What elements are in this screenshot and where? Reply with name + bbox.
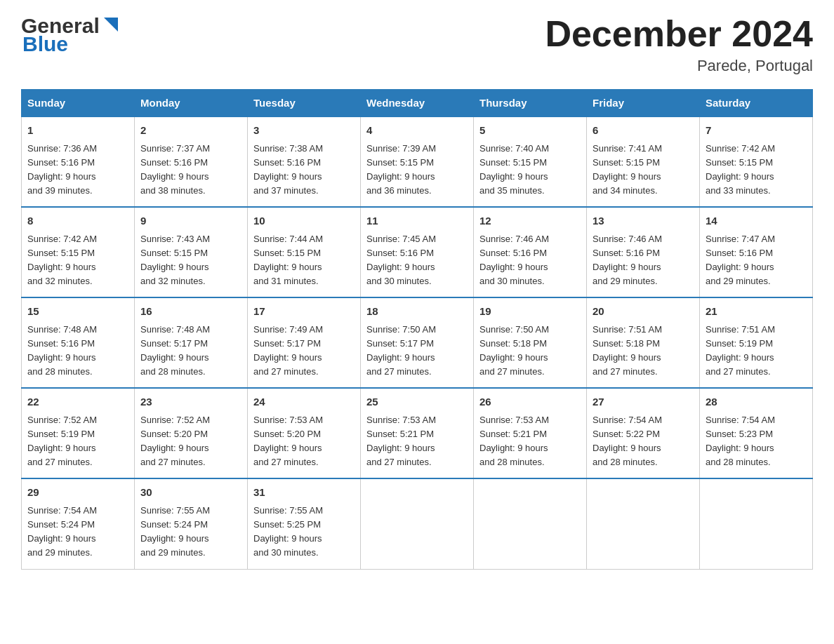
calendar-cell: 16Sunrise: 7:48 AMSunset: 5:17 PMDayligh… xyxy=(135,297,248,388)
day-info: Sunrise: 7:46 AMSunset: 5:16 PMDaylight:… xyxy=(479,232,581,289)
day-info: Sunrise: 7:52 AMSunset: 5:19 PMDaylight:… xyxy=(27,413,128,470)
calendar-week-row: 29Sunrise: 7:54 AMSunset: 5:24 PMDayligh… xyxy=(22,478,813,569)
calendar-cell: 10Sunrise: 7:44 AMSunset: 5:15 PMDayligh… xyxy=(248,207,361,297)
day-number: 4 xyxy=(366,123,468,139)
day-info: Sunrise: 7:49 AMSunset: 5:17 PMDaylight:… xyxy=(253,323,355,380)
calendar-cell: 17Sunrise: 7:49 AMSunset: 5:17 PMDayligh… xyxy=(248,297,361,388)
calendar-cell: 25Sunrise: 7:53 AMSunset: 5:21 PMDayligh… xyxy=(361,388,474,478)
day-number: 8 xyxy=(27,213,128,229)
calendar-cell xyxy=(587,478,700,569)
svg-marker-0 xyxy=(104,18,118,32)
day-number: 26 xyxy=(479,394,581,410)
calendar-cell: 28Sunrise: 7:54 AMSunset: 5:23 PMDayligh… xyxy=(700,388,813,478)
calendar-cell xyxy=(700,478,813,569)
day-info: Sunrise: 7:43 AMSunset: 5:15 PMDaylight:… xyxy=(140,232,241,289)
day-info: Sunrise: 7:53 AMSunset: 5:20 PMDaylight:… xyxy=(253,413,355,470)
day-number: 30 xyxy=(140,485,241,501)
day-number: 7 xyxy=(706,123,807,139)
calendar-header-saturday: Saturday xyxy=(700,90,813,117)
calendar-cell: 6Sunrise: 7:41 AMSunset: 5:15 PMDaylight… xyxy=(587,116,700,207)
day-info: Sunrise: 7:54 AMSunset: 5:22 PMDaylight:… xyxy=(593,413,694,470)
calendar-header-row: SundayMondayTuesdayWednesdayThursdayFrid… xyxy=(22,90,813,117)
day-number: 16 xyxy=(140,304,241,320)
day-info: Sunrise: 7:53 AMSunset: 5:21 PMDaylight:… xyxy=(479,413,581,470)
day-number: 25 xyxy=(366,394,468,410)
day-number: 15 xyxy=(27,304,128,320)
calendar-cell: 30Sunrise: 7:55 AMSunset: 5:24 PMDayligh… xyxy=(135,478,248,569)
day-info: Sunrise: 7:51 AMSunset: 5:19 PMDaylight:… xyxy=(706,323,807,380)
day-number: 28 xyxy=(706,394,807,410)
day-number: 1 xyxy=(27,123,128,139)
page-title: December 2024 xyxy=(545,14,813,54)
day-info: Sunrise: 7:39 AMSunset: 5:15 PMDaylight:… xyxy=(366,142,468,199)
day-info: Sunrise: 7:46 AMSunset: 5:16 PMDaylight:… xyxy=(593,232,694,289)
calendar-cell: 5Sunrise: 7:40 AMSunset: 5:15 PMDaylight… xyxy=(474,116,587,207)
calendar-header-tuesday: Tuesday xyxy=(248,90,361,117)
calendar-cell: 8Sunrise: 7:42 AMSunset: 5:15 PMDaylight… xyxy=(22,207,135,297)
calendar-cell: 7Sunrise: 7:42 AMSunset: 5:15 PMDaylight… xyxy=(700,116,813,207)
day-info: Sunrise: 7:48 AMSunset: 5:16 PMDaylight:… xyxy=(27,323,128,380)
calendar-cell: 24Sunrise: 7:53 AMSunset: 5:20 PMDayligh… xyxy=(248,388,361,478)
day-number: 20 xyxy=(593,304,694,320)
calendar-header-friday: Friday xyxy=(587,90,700,117)
day-number: 9 xyxy=(140,213,241,229)
calendar-cell xyxy=(474,478,587,569)
page-subtitle: Parede, Portugal xyxy=(545,57,813,75)
calendar-cell: 11Sunrise: 7:45 AMSunset: 5:16 PMDayligh… xyxy=(361,207,474,297)
day-info: Sunrise: 7:45 AMSunset: 5:16 PMDaylight:… xyxy=(366,232,468,289)
day-info: Sunrise: 7:51 AMSunset: 5:18 PMDaylight:… xyxy=(593,323,694,380)
day-number: 17 xyxy=(253,304,355,320)
day-info: Sunrise: 7:55 AMSunset: 5:24 PMDaylight:… xyxy=(140,504,241,561)
day-number: 11 xyxy=(366,213,468,229)
day-number: 14 xyxy=(706,213,807,229)
day-info: Sunrise: 7:50 AMSunset: 5:17 PMDaylight:… xyxy=(366,323,468,380)
calendar-cell: 31Sunrise: 7:55 AMSunset: 5:25 PMDayligh… xyxy=(248,478,361,569)
calendar-week-row: 1Sunrise: 7:36 AMSunset: 5:16 PMDaylight… xyxy=(22,116,813,207)
calendar-cell: 23Sunrise: 7:52 AMSunset: 5:20 PMDayligh… xyxy=(135,388,248,478)
day-number: 5 xyxy=(479,123,581,139)
calendar-cell: 21Sunrise: 7:51 AMSunset: 5:19 PMDayligh… xyxy=(700,297,813,388)
calendar-cell: 26Sunrise: 7:53 AMSunset: 5:21 PMDayligh… xyxy=(474,388,587,478)
day-number: 18 xyxy=(366,304,468,320)
day-number: 12 xyxy=(479,213,581,229)
calendar-header-wednesday: Wednesday xyxy=(361,90,474,117)
day-number: 31 xyxy=(253,485,355,501)
day-info: Sunrise: 7:52 AMSunset: 5:20 PMDaylight:… xyxy=(140,413,241,470)
day-info: Sunrise: 7:50 AMSunset: 5:18 PMDaylight:… xyxy=(479,323,581,380)
calendar-header-monday: Monday xyxy=(135,90,248,117)
day-info: Sunrise: 7:41 AMSunset: 5:15 PMDaylight:… xyxy=(593,142,694,199)
day-number: 6 xyxy=(593,123,694,139)
day-number: 22 xyxy=(27,394,128,410)
calendar-cell: 29Sunrise: 7:54 AMSunset: 5:24 PMDayligh… xyxy=(22,478,135,569)
day-number: 10 xyxy=(253,213,355,229)
day-number: 3 xyxy=(253,123,355,139)
day-info: Sunrise: 7:55 AMSunset: 5:25 PMDaylight:… xyxy=(253,504,355,561)
day-info: Sunrise: 7:54 AMSunset: 5:24 PMDaylight:… xyxy=(27,504,128,561)
calendar-cell: 27Sunrise: 7:54 AMSunset: 5:22 PMDayligh… xyxy=(587,388,700,478)
day-number: 2 xyxy=(140,123,241,139)
calendar-header-sunday: Sunday xyxy=(22,90,135,117)
day-number: 29 xyxy=(27,485,128,501)
calendar-cell: 12Sunrise: 7:46 AMSunset: 5:16 PMDayligh… xyxy=(474,207,587,297)
calendar-cell xyxy=(361,478,474,569)
calendar-week-row: 15Sunrise: 7:48 AMSunset: 5:16 PMDayligh… xyxy=(22,297,813,388)
calendar-week-row: 22Sunrise: 7:52 AMSunset: 5:19 PMDayligh… xyxy=(22,388,813,478)
day-number: 27 xyxy=(593,394,694,410)
calendar-cell: 22Sunrise: 7:52 AMSunset: 5:19 PMDayligh… xyxy=(22,388,135,478)
calendar-header-thursday: Thursday xyxy=(474,90,587,117)
calendar-cell: 19Sunrise: 7:50 AMSunset: 5:18 PMDayligh… xyxy=(474,297,587,388)
calendar-cell: 13Sunrise: 7:46 AMSunset: 5:16 PMDayligh… xyxy=(587,207,700,297)
day-number: 13 xyxy=(593,213,694,229)
day-number: 23 xyxy=(140,394,241,410)
logo: General Blue xyxy=(21,14,121,56)
calendar-cell: 2Sunrise: 7:37 AMSunset: 5:16 PMDaylight… xyxy=(135,116,248,207)
calendar-cell: 20Sunrise: 7:51 AMSunset: 5:18 PMDayligh… xyxy=(587,297,700,388)
logo-arrow-icon xyxy=(101,15,121,34)
calendar-cell: 4Sunrise: 7:39 AMSunset: 5:15 PMDaylight… xyxy=(361,116,474,207)
calendar-table: SundayMondayTuesdayWednesdayThursdayFrid… xyxy=(21,89,813,569)
calendar-week-row: 8Sunrise: 7:42 AMSunset: 5:15 PMDaylight… xyxy=(22,207,813,297)
day-info: Sunrise: 7:48 AMSunset: 5:17 PMDaylight:… xyxy=(140,323,241,380)
day-number: 21 xyxy=(706,304,807,320)
calendar-cell: 18Sunrise: 7:50 AMSunset: 5:17 PMDayligh… xyxy=(361,297,474,388)
day-info: Sunrise: 7:36 AMSunset: 5:16 PMDaylight:… xyxy=(27,142,128,199)
